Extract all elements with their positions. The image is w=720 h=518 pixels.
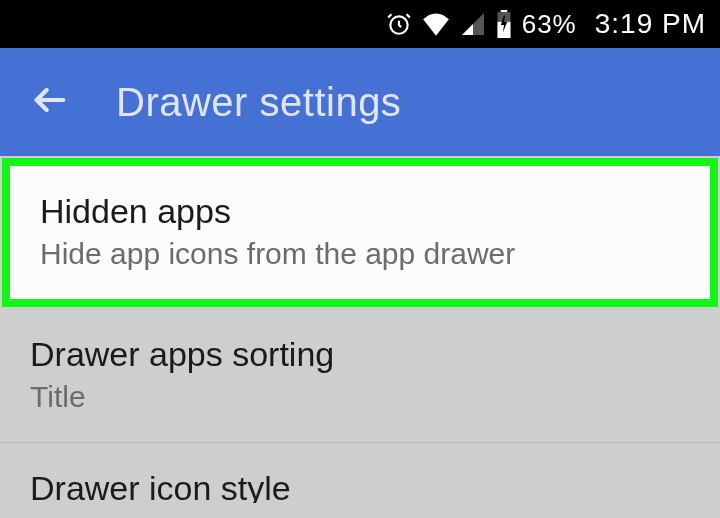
setting-hidden-apps[interactable]: Hidden apps Hide app icons from the app … [2, 158, 718, 307]
wifi-icon [422, 12, 450, 36]
clock-time: 3:19 PM [595, 8, 706, 40]
page-title: Drawer settings [116, 80, 401, 125]
setting-subtitle: Hide app icons from the app drawer [40, 237, 680, 271]
setting-title: Hidden apps [40, 192, 680, 231]
battery-percentage: 63% [522, 9, 577, 40]
alarm-icon [386, 11, 412, 37]
cell-signal-icon [460, 12, 486, 36]
status-icons: 63% [386, 9, 577, 40]
setting-subtitle: Title [30, 380, 690, 414]
setting-drawer-apps-sorting[interactable]: Drawer apps sorting Title [0, 309, 720, 443]
svg-rect-1 [500, 10, 506, 12]
setting-drawer-icon-style[interactable]: Drawer icon style [0, 443, 720, 503]
settings-list: Hidden apps Hide app icons from the app … [0, 158, 720, 503]
status-bar: 63% 3:19 PM [0, 0, 720, 48]
battery-icon [496, 10, 512, 38]
setting-title: Drawer icon style [30, 469, 690, 503]
back-arrow-icon[interactable] [30, 80, 70, 124]
app-bar: Drawer settings [0, 48, 720, 156]
setting-title: Drawer apps sorting [30, 335, 690, 374]
